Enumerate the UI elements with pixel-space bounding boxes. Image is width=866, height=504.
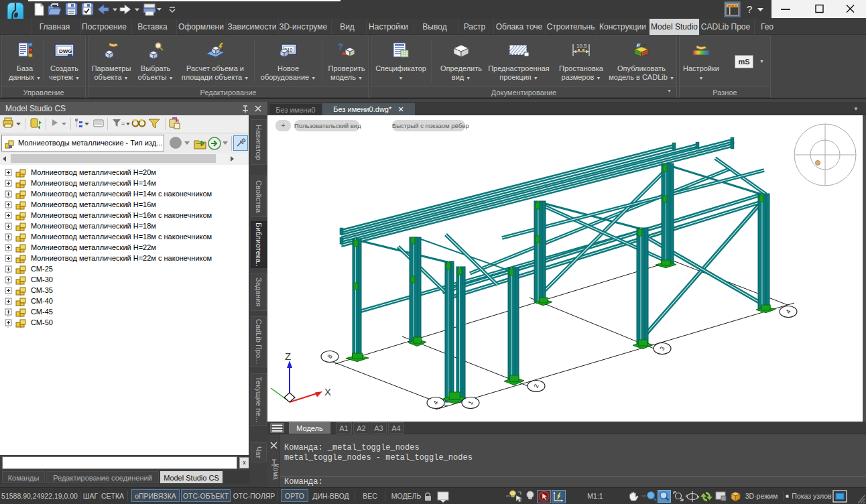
svg-text:?: ? xyxy=(338,42,343,52)
svg-text:Z: Z xyxy=(285,351,291,362)
svg-text:10.5: 10.5 xyxy=(576,43,587,49)
svg-text:=: = xyxy=(121,120,125,127)
svg-text:X: X xyxy=(324,386,331,397)
svg-text:DWG: DWG xyxy=(59,48,72,54)
svg-text:?: ? xyxy=(747,3,752,15)
